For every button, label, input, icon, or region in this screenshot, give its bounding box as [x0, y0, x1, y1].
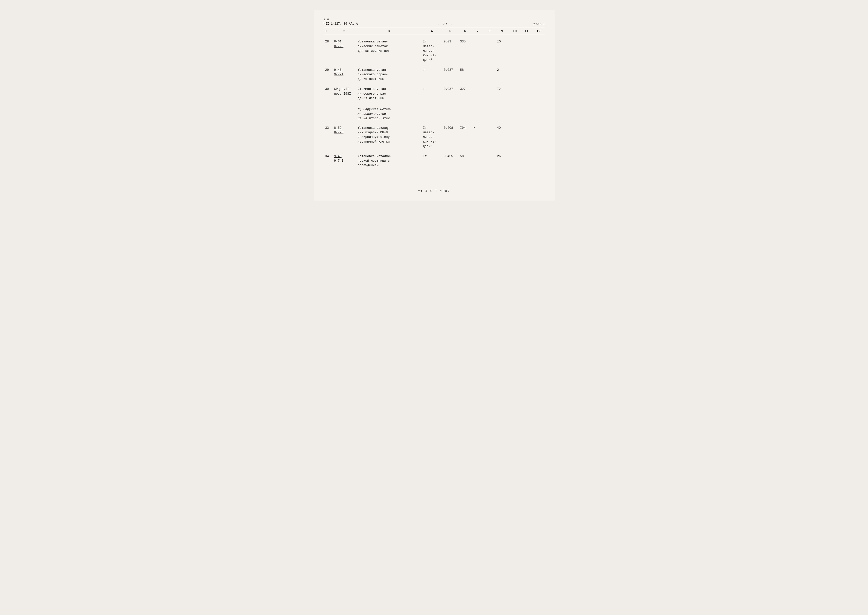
cell-col10: [509, 38, 521, 64]
cell-description: Стоимость метал-лического ограж-дения ле…: [356, 85, 421, 102]
col-header-1: I: [324, 28, 332, 35]
cell-col12: [533, 66, 544, 83]
cell-num: 30: [324, 85, 332, 102]
cell-num: 33: [324, 124, 332, 150]
cell-col12: [533, 85, 544, 102]
cell-col8: [483, 38, 496, 64]
cell-col12: [533, 38, 544, 64]
col-header-12: I2: [533, 28, 544, 35]
cell-description: Установка металли-ческой лестницы сограж…: [356, 153, 421, 169]
section-description: г) Наружная метал-лическая лестни-ца на …: [356, 105, 421, 122]
cell-col9: IO: [496, 38, 509, 64]
col-header-6: 6: [458, 28, 472, 35]
table-row: 33 8-598-7-3 Установка заклад-ных издели…: [324, 124, 545, 150]
cell-num: 34: [324, 153, 332, 169]
section-header-row: г) Наружная метал-лическая лестни-ца на …: [324, 105, 545, 122]
cell-code: 8-598-7-3: [332, 124, 356, 150]
section-num: [324, 105, 332, 122]
cell-col8: [483, 85, 496, 102]
cell-col4: Iт: [421, 153, 442, 169]
cell-col5: 0,455: [442, 153, 458, 169]
cell-col5: 0,03: [442, 38, 458, 64]
cell-col4: Iтметал-личес-ких из-делий: [421, 124, 442, 150]
cell-col9: 40: [496, 124, 509, 150]
page: т.п. ЧII-1-127. 86 АА. № - 77 - 9323/Ч I…: [314, 10, 555, 201]
header-left: т.п. ЧII-1-127. 86 АА. №: [324, 17, 358, 26]
table-row: 28 8-618-7-5 Установка метал-лических ре…: [324, 38, 545, 64]
cell-col12: [533, 153, 544, 169]
cell-col4: т: [421, 66, 442, 83]
col-header-7: 7: [472, 28, 483, 35]
header-center: - 77 -: [438, 22, 453, 26]
col-header-8: 8: [483, 28, 496, 35]
cell-code: СРЦ ч.IIпоз. I98I: [332, 85, 356, 102]
separator-row: [324, 64, 545, 66]
col-header-4: 4: [421, 28, 442, 35]
cell-code: 9-469-7-I: [332, 153, 356, 169]
col-header-11: II: [521, 28, 533, 35]
cell-col5: 0,037: [442, 66, 458, 83]
section-code: [332, 105, 356, 122]
cell-col11: [521, 124, 533, 150]
cell-col7: [472, 153, 483, 169]
table-row: 29 9-469-7-I Установка метал-лического о…: [324, 66, 545, 83]
cell-col6: 58: [458, 153, 472, 169]
col-header-2: 2: [332, 28, 356, 35]
cell-col4: т: [421, 85, 442, 102]
cell-code: 9-469-7-I: [332, 66, 356, 83]
cell-col11: [521, 38, 533, 64]
cell-col5: 0,037: [442, 85, 458, 102]
cell-col9: 26: [496, 153, 509, 169]
page-header: т.п. ЧII-1-127. 86 АА. № - 77 - 9323/Ч: [324, 17, 545, 26]
cell-num: 28: [324, 38, 332, 64]
cell-col10: [509, 153, 521, 169]
main-table: I 2 3 4 5 6 7 8 9 IO II I2 28 8-618-7-5 …: [324, 28, 545, 169]
cell-col8: [483, 66, 496, 83]
separator-row: [324, 122, 545, 124]
cell-col7: •: [472, 124, 483, 150]
separator-row: [324, 102, 545, 105]
cell-col5: 0,208: [442, 124, 458, 150]
cell-col10: [509, 124, 521, 150]
cell-col10: [509, 85, 521, 102]
cell-num: 29: [324, 66, 332, 83]
cell-col8: [483, 124, 496, 150]
header-label-top: т.п.: [324, 17, 358, 22]
cell-col6: 327: [458, 85, 472, 102]
cell-col4: Iтметал-личес-ких из-делий: [421, 38, 442, 64]
column-headers: I 2 3 4 5 6 7 8 9 IO II I2: [324, 28, 545, 35]
cell-col9: I2: [496, 85, 509, 102]
cell-col6: 335: [458, 38, 472, 64]
col-header-3: 3: [356, 28, 421, 35]
cell-col8: [483, 153, 496, 169]
table-row: 34 9-469-7-I Установка металли-ческой ле…: [324, 153, 545, 169]
table-row: 30 СРЦ ч.IIпоз. I98I Стоимость метал-лич…: [324, 85, 545, 102]
cell-description: Установка метал-лического ограж-дения ле…: [356, 66, 421, 83]
cell-col11: [521, 66, 533, 83]
col-header-9: 9: [496, 28, 509, 35]
col-header-10: IO: [509, 28, 521, 35]
table-row: [324, 35, 545, 38]
header-right: 9323/Ч: [533, 22, 545, 26]
cell-col9: 2: [496, 66, 509, 83]
cell-col11: [521, 85, 533, 102]
cell-col10: [509, 66, 521, 83]
cell-col6: I94: [458, 124, 472, 150]
cell-col7: [472, 85, 483, 102]
cell-description: Установка метал-лических решетокдля выти…: [356, 38, 421, 64]
separator-row: [324, 150, 545, 153]
cell-description: Установка заклад-ных изделий МН-9в кирпи…: [356, 124, 421, 150]
cell-col6: 58: [458, 66, 472, 83]
page-footer: тт А О Т 1007: [324, 189, 545, 193]
cell-col7: [472, 66, 483, 83]
cell-col11: [521, 153, 533, 169]
col-header-5: 5: [442, 28, 458, 35]
cell-col7: [472, 38, 483, 64]
cell-col12: [533, 124, 544, 150]
cell-code: 8-618-7-5: [332, 38, 356, 64]
header-code: ЧII-1-127. 86 АА. №: [324, 22, 358, 26]
separator-row: [324, 83, 545, 85]
